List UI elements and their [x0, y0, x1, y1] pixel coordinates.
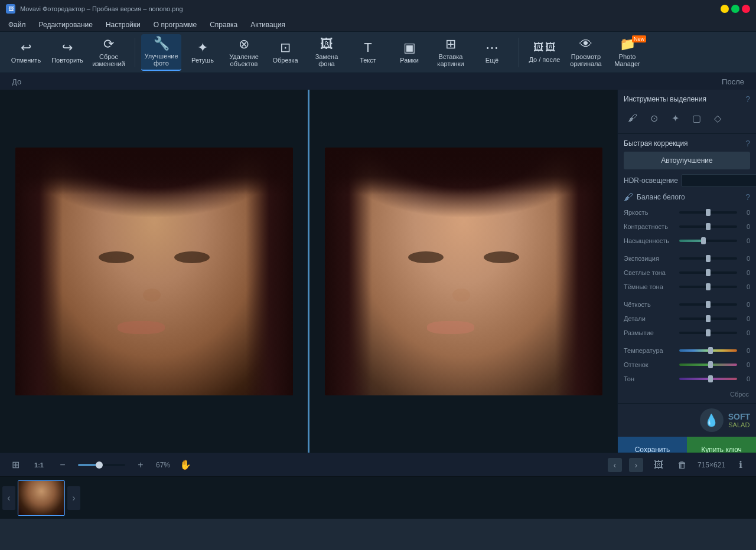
- replace-bg-button[interactable]: 🖼 Замена фона: [307, 34, 347, 71]
- more-icon: ⋯: [485, 41, 498, 54]
- original-size-button[interactable]: 1:1: [31, 457, 47, 473]
- remove-objects-button[interactable]: ⊗ Удаление объектов: [224, 34, 264, 71]
- menu-help[interactable]: Справка: [204, 19, 243, 30]
- hand-tool-button[interactable]: ✋: [177, 457, 194, 473]
- rect-select-tool[interactable]: ▢: [687, 110, 705, 126]
- brightness-value: 0: [739, 209, 750, 216]
- toolbar: ↩ Отменить ↪ Повторить ⟳ Сброс изменений…: [0, 32, 756, 73]
- quick-correction-help-icon[interactable]: ?: [745, 139, 750, 148]
- sharpness-slider-row: Чёткость 0: [624, 298, 750, 311]
- eraser-tool[interactable]: ◇: [709, 110, 726, 126]
- thumb-prev-button[interactable]: ‹: [2, 486, 15, 510]
- menu-file[interactable]: Файл: [2, 19, 32, 30]
- blur-track[interactable]: [679, 332, 737, 334]
- menu-edit[interactable]: Редактирование: [33, 19, 99, 30]
- blur-value: 0: [739, 329, 750, 336]
- highlights-label: Светлые тона: [624, 269, 677, 276]
- watermark-area: 💧 SOFT SALAD: [618, 404, 756, 437]
- brightness-slider-row: Яркость 0: [624, 206, 750, 219]
- statusbar: ⊞ 1:1 − + 67% ✋ ‹ › 🖼 🗑 715×621 ℹ: [0, 453, 756, 476]
- zoom-slider[interactable]: [78, 464, 125, 466]
- shadows-slider-row: Тёмные тона 0: [624, 280, 750, 293]
- temperature-value: 0: [739, 347, 750, 354]
- brightness-track[interactable]: [679, 211, 737, 214]
- enhance-button[interactable]: 🔧 Улучшение фото: [141, 34, 181, 71]
- details-slider-row: Детали 0: [624, 312, 750, 325]
- retouch-icon: ✦: [197, 41, 208, 54]
- frames-button[interactable]: ▣ Рамки: [389, 34, 429, 71]
- redo-button[interactable]: ↪ Повторить: [47, 34, 87, 71]
- next-image-button[interactable]: ›: [629, 458, 643, 472]
- photo-manager-container: 📁 Photo Manager New: [607, 34, 647, 71]
- tone-track[interactable]: [679, 378, 737, 380]
- image-size: 715×621: [698, 461, 725, 469]
- lasso-tool[interactable]: ⊙: [645, 110, 663, 126]
- contrast-track[interactable]: [679, 225, 737, 228]
- selection-help-icon[interactable]: ?: [745, 94, 750, 104]
- toolbar-view: 🖼🖼 До / после 👁 Просмотр оригинала 📁 Pho…: [524, 34, 647, 71]
- shadows-track[interactable]: [679, 286, 737, 288]
- highlights-track[interactable]: [679, 271, 737, 274]
- delete-button[interactable]: 🗑: [674, 457, 690, 473]
- fit-view-button[interactable]: ⊞: [7, 457, 24, 473]
- after-label: После: [378, 77, 744, 86]
- white-balance-label: Баланс белого: [637, 193, 742, 201]
- hue-label: Оттенок: [624, 361, 677, 368]
- before-after-button[interactable]: 🖼🖼 До / после: [524, 34, 565, 71]
- insert-image-button[interactable]: ⊞ Вставка картинки: [431, 34, 471, 71]
- shadows-label: Тёмные тона: [624, 283, 677, 290]
- reset-label[interactable]: Сброс: [730, 391, 749, 398]
- details-track[interactable]: [679, 317, 737, 320]
- sharpness-label: Чёткость: [624, 301, 677, 308]
- before-label: До: [12, 77, 378, 86]
- maximize-button[interactable]: [731, 5, 739, 13]
- shadows-value: 0: [739, 283, 750, 290]
- hdr-input[interactable]: [682, 174, 756, 187]
- menu-activation[interactable]: Активация: [245, 19, 291, 30]
- brightness-label: Яркость: [624, 209, 677, 216]
- image-canvas: [0, 90, 617, 453]
- undo-button[interactable]: ↩ Отменить: [6, 34, 46, 71]
- selection-tools-section: Инструменты выделения ? 🖌 ⊙ ✦ ▢ ◇: [618, 90, 756, 134]
- reset-button[interactable]: ⟳ Сброс изменений: [89, 34, 129, 71]
- reset-icon: ⟳: [103, 38, 114, 51]
- prev-image-button[interactable]: ‹: [608, 458, 622, 472]
- retouch-button[interactable]: ✦ Ретушь: [183, 34, 223, 71]
- selection-tools-bar: 🖌 ⊙ ✦ ▢ ◇: [624, 107, 750, 129]
- quick-correction-section: Быстрая коррекция ? Автоулучшение HDR-ос…: [618, 134, 756, 404]
- before-image-area: [0, 90, 308, 453]
- canvas-divider[interactable]: [308, 90, 309, 453]
- quick-correction-title: Быстрая коррекция ?: [624, 139, 750, 148]
- crop-button[interactable]: ⊡ Обрезка: [265, 34, 305, 71]
- menu-settings[interactable]: Настройки: [100, 19, 146, 30]
- saturation-track[interactable]: [679, 240, 737, 242]
- sharpness-value: 0: [739, 301, 750, 308]
- insert-icon: ⊞: [445, 38, 456, 51]
- temperature-track[interactable]: [679, 349, 737, 352]
- close-button[interactable]: [742, 5, 750, 13]
- menu-about[interactable]: О программе: [148, 19, 203, 30]
- info-button[interactable]: ℹ: [732, 457, 749, 473]
- buy-key-button[interactable]: Купить ключ: [687, 437, 756, 453]
- save-button[interactable]: Сохранить: [618, 437, 687, 453]
- main-area: Инструменты выделения ? 🖌 ⊙ ✦ ▢ ◇ Быстра…: [0, 90, 756, 453]
- exposure-track[interactable]: [679, 257, 737, 260]
- zoom-in-button[interactable]: +: [132, 457, 149, 473]
- minimize-button[interactable]: [721, 5, 729, 13]
- view-original-button[interactable]: 👁 Просмотр оригинала: [566, 34, 606, 71]
- hue-track[interactable]: [679, 364, 737, 366]
- right-panel: Инструменты выделения ? 🖌 ⊙ ✦ ▢ ◇ Быстра…: [617, 90, 756, 453]
- more-button[interactable]: ⋯ Ещё: [472, 34, 512, 71]
- magic-wand-tool[interactable]: ✦: [666, 110, 684, 126]
- white-balance-help-icon[interactable]: ?: [745, 192, 750, 202]
- toolbar-separator-1: [135, 38, 135, 67]
- view-original-icon: 👁: [579, 38, 592, 51]
- sharpness-track[interactable]: [679, 303, 737, 306]
- zoom-out-button[interactable]: −: [54, 457, 71, 473]
- blur-slider-row: Размытие 0: [624, 326, 750, 339]
- brush-tool[interactable]: 🖌: [624, 110, 641, 126]
- auto-enhance-button[interactable]: Автоулучшение: [624, 152, 750, 169]
- thumb-next-button[interactable]: ›: [67, 486, 80, 510]
- thumbnail-1[interactable]: [18, 480, 65, 516]
- text-button[interactable]: T Текст: [348, 34, 388, 71]
